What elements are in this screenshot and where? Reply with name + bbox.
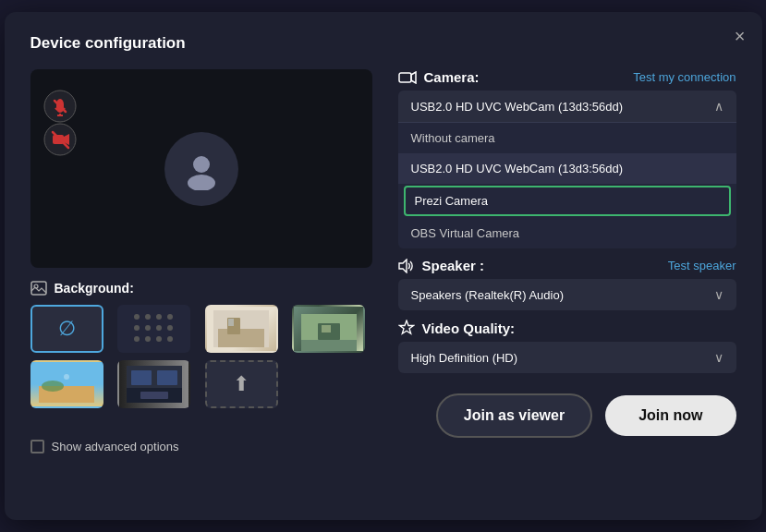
svg-rect-25 [131, 370, 152, 385]
camera-icon [398, 71, 417, 84]
background-label: Background: [30, 281, 372, 296]
chevron-down-icon: ∨ [714, 287, 723, 302]
svg-rect-17 [301, 340, 357, 351]
chevron-up-icon: ∧ [714, 99, 723, 114]
camera-selected[interactable]: USB2.0 HD UVC WebCam (13d3:56dd) ∧ [398, 91, 736, 122]
dialog-footer: Show advanced options [30, 434, 372, 453]
video-quality-selected[interactable]: High Definition (HD) ∨ [398, 342, 736, 373]
background-dots-thumb[interactable] [117, 305, 190, 353]
test-connection-link[interactable]: Test my connection [633, 70, 736, 84]
speaker-dropdown[interactable]: Speakers (Realtek(R) Audio) ∨ [398, 279, 736, 310]
camera-option-prezi[interactable]: Prezi Camera [404, 186, 731, 216]
svg-rect-29 [399, 73, 411, 82]
quality-icon [398, 320, 415, 336]
video-quality-title: Video Quality: [398, 320, 516, 336]
background-section: Background: ∅ [30, 281, 372, 408]
svg-point-23 [42, 381, 64, 392]
camera-section: Camera: Test my connection USB2.0 HD UVC… [398, 69, 736, 248]
camera-title: Camera: [398, 69, 480, 85]
camera-dropdown[interactable]: USB2.0 HD UVC WebCam (13d3:56dd) ∧ Witho… [398, 91, 736, 248]
background-none-thumb[interactable]: ∅ [30, 305, 103, 353]
dialog-body: Background: ∅ [30, 69, 736, 453]
speaker-title: Speaker : [398, 258, 485, 273]
background-beach-thumb[interactable] [30, 360, 103, 408]
avatar [164, 132, 238, 206]
advanced-label: Show advanced options [52, 440, 179, 453]
svg-point-8 [193, 156, 210, 173]
video-quality-section: Video Quality: High Definition (HD) ∨ [398, 320, 736, 373]
camera-option-obs[interactable]: OBS Virtual Camera [398, 218, 736, 248]
svg-rect-28 [140, 392, 168, 399]
dialog-title: Device configuration [30, 34, 736, 53]
camera-menu: Without camera USB2.0 HD UVC WebCam (13d… [398, 122, 736, 248]
test-speaker-link[interactable]: Test speaker [668, 259, 736, 272]
speaker-selected[interactable]: Speakers (Realtek(R) Audio) ∨ [398, 279, 736, 310]
video-preview [30, 69, 372, 268]
close-button[interactable]: × [735, 27, 746, 45]
video-quality-dropdown[interactable]: High Definition (HD) ∨ [398, 342, 736, 373]
svg-rect-13 [218, 329, 264, 347]
svg-marker-30 [411, 72, 416, 83]
left-panel: Background: ∅ [30, 69, 372, 453]
svg-point-22 [64, 374, 69, 380]
svg-rect-15 [228, 319, 234, 326]
camera-header: Camera: Test my connection [398, 69, 736, 85]
background-photo-thumb[interactable] [292, 305, 365, 353]
cam-muted-badge [43, 123, 77, 156]
right-panel: Camera: Test my connection USB2.0 HD UVC… [398, 69, 736, 453]
svg-rect-26 [157, 370, 177, 385]
advanced-checkbox[interactable] [30, 440, 44, 453]
svg-point-9 [188, 175, 215, 190]
join-now-button[interactable]: Join now [605, 395, 736, 436]
image-icon [30, 281, 47, 296]
action-buttons: Join as viewer Join now [398, 393, 736, 438]
background-grid: ∅ [30, 305, 372, 408]
background-upload-thumb[interactable]: ⬆ [205, 360, 278, 408]
advanced-options-row: Show advanced options [30, 440, 179, 453]
background-office-thumb[interactable] [117, 360, 190, 408]
camera-option-usb[interactable]: USB2.0 HD UVC WebCam (13d3:56dd) [398, 153, 736, 184]
speaker-icon [398, 259, 415, 273]
speaker-header: Speaker : Test speaker [398, 258, 736, 273]
camera-option-no-camera[interactable]: Without camera [398, 123, 736, 153]
chevron-down-icon-2: ∨ [714, 350, 723, 365]
join-as-viewer-button[interactable]: Join as viewer [436, 393, 592, 438]
svg-marker-31 [399, 260, 407, 272]
background-room-thumb[interactable] [205, 305, 278, 353]
speaker-section: Speaker : Test speaker Speakers (Realtek… [398, 258, 736, 310]
svg-rect-19 [322, 325, 331, 332]
mic-muted-badge [43, 90, 77, 123]
device-configuration-dialog: Device configuration × [5, 12, 762, 520]
video-quality-header: Video Quality: [398, 320, 736, 336]
